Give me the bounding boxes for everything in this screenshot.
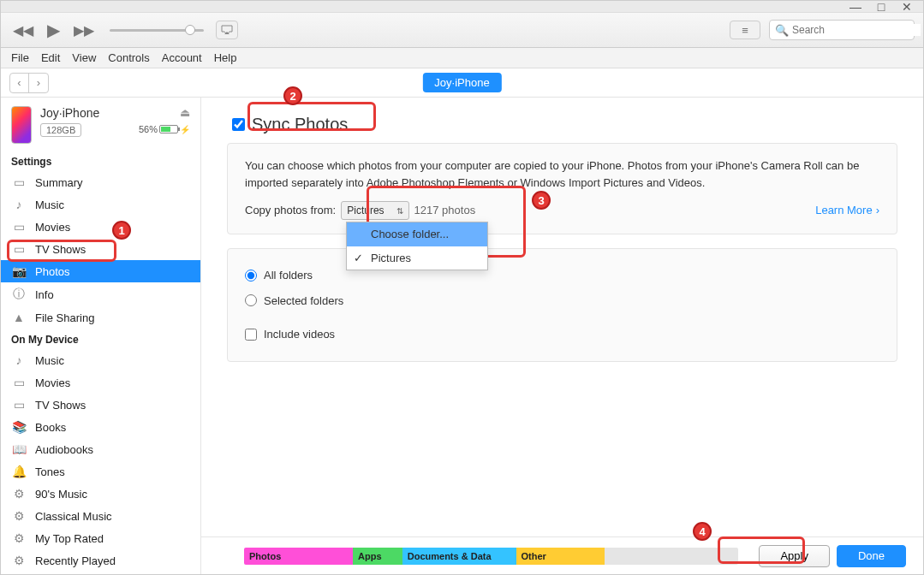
nav-forward-button[interactable]: › — [29, 74, 48, 92]
sidebar-device-item-tv-shows[interactable]: ▭TV Shows — [1, 394, 200, 416]
sidebar-settings-item-music[interactable]: ♪Music — [1, 193, 200, 216]
source-dropdown-menu: Choose folder... ✓Pictures — [346, 222, 488, 270]
sidebar-settings-item-icon: ▭ — [11, 175, 27, 189]
sidebar-device-item-90-s-music[interactable]: ⚙90's Music — [1, 483, 200, 505]
sidebar-device-item-my-top-rated[interactable]: ⚙My Top Rated — [1, 527, 200, 549]
device-thumbnail-icon — [11, 106, 32, 144]
sidebar-settings-item-photos[interactable]: 📷Photos — [1, 260, 200, 282]
dropdown-choose-folder[interactable]: Choose folder... — [347, 222, 487, 246]
sidebar-device-item-books[interactable]: 📚Books — [1, 416, 200, 438]
sidebar-settings-item-info[interactable]: ⓘInfo — [1, 282, 200, 306]
eject-icon[interactable]: ⏏ — [180, 106, 190, 119]
sidebar-device-item-music[interactable]: ♪Music — [1, 349, 200, 371]
sync-photos-checkbox[interactable] — [232, 118, 245, 131]
folder-options-panel: All folders Selected folders Include vid… — [227, 248, 897, 362]
menu-edit[interactable]: Edit — [41, 51, 60, 64]
sidebar-settings-item-icon: ⓘ — [11, 287, 27, 302]
device-header: Joy·iPhone 128GB ⏏ 56% ⚡ — [1, 98, 200, 151]
storage-badge: 128GB — [40, 123, 81, 137]
sidebar-device-item-classical-music[interactable]: ⚙Classical Music — [1, 505, 200, 527]
search-input[interactable] — [792, 24, 921, 36]
sidebar-device-item-icon: ⚙ — [11, 509, 27, 523]
capacity-apps: Apps — [353, 548, 402, 565]
sidebar-device-item-label: My Top Rated — [35, 532, 104, 545]
sidebar-device-item-icon: ⚙ — [11, 554, 27, 567]
sidebar-device-item-icon: 🔔 — [11, 465, 27, 478]
sidebar-device-item-audiobooks[interactable]: 📖Audiobooks — [1, 438, 200, 460]
list-view-button[interactable]: ≡ — [730, 21, 760, 39]
dropdown-pictures[interactable]: ✓Pictures — [347, 246, 487, 270]
sidebar-settings-item-icon: ▭ — [11, 242, 27, 256]
device-tab[interactable]: Joy·iPhone — [422, 73, 501, 92]
sync-description-text: You can choose which photos from your co… — [245, 157, 879, 191]
capacity-photos: Photos — [244, 548, 353, 565]
search-field[interactable]: 🔍 — [769, 20, 915, 40]
sync-photos-title: Sync Photos — [252, 115, 348, 134]
sidebar-device-item-icon: ♪ — [11, 353, 27, 367]
menu-view[interactable]: View — [72, 51, 96, 64]
nav-back-button[interactable]: ‹ — [10, 74, 29, 92]
copy-from-label: Copy photos from: — [245, 202, 336, 219]
capacity-free — [605, 548, 738, 565]
sidebar-settings-item-file-sharing[interactable]: ▲File Sharing — [1, 306, 200, 329]
menu-controls[interactable]: Controls — [108, 51, 149, 64]
sidebar-device-item-icon: 📚 — [11, 420, 27, 434]
sidebar-settings-item-icon: ♪ — [11, 198, 27, 211]
sidebar-settings-item-label: Movies — [35, 221, 70, 234]
done-button[interactable]: Done — [837, 545, 906, 567]
sidebar-device-item-label: 90's Music — [35, 488, 87, 501]
sidebar-device-item-label: TV Shows — [35, 399, 86, 412]
sidebar-settings-item-label: Summary — [35, 176, 83, 189]
sidebar-section-on-device: On My Device — [1, 329, 200, 349]
sidebar-device-item-icon: 📖 — [11, 442, 27, 456]
sidebar-settings-item-summary[interactable]: ▭Summary — [1, 171, 200, 193]
device-name: Joy·iPhone — [40, 106, 130, 120]
airplay-button[interactable] — [216, 21, 238, 39]
menu-help[interactable]: Help — [214, 51, 237, 64]
sidebar-settings-item-icon: 📷 — [11, 264, 27, 278]
sidebar-settings-item-label: Photos — [35, 265, 69, 278]
sidebar-device-item-tones[interactable]: 🔔Tones — [1, 460, 200, 483]
menu-account[interactable]: Account — [162, 51, 202, 64]
minimize-button[interactable]: — — [848, 0, 863, 14]
sidebar-device-item-top-25-most-played[interactable]: ⚙Top 25 Most Played — [1, 572, 200, 574]
prev-track-button[interactable]: ◀◀ — [9, 21, 37, 40]
maximize-button[interactable]: □ — [873, 0, 889, 14]
nav-subbar: ‹ › Joy·iPhone — [1, 68, 923, 98]
menu-bar: File Edit View Controls Account Help — [1, 48, 923, 68]
sidebar-device-item-icon: ▭ — [11, 398, 27, 412]
next-track-button[interactable]: ▶▶ — [70, 21, 98, 40]
sidebar-settings-item-label: Info — [35, 288, 54, 301]
capacity-docs: Documents & Data — [402, 548, 516, 565]
learn-more-link[interactable]: Learn More› — [815, 202, 879, 219]
sidebar-device-item-label: Audiobooks — [35, 443, 93, 456]
footer-bar: Photos Apps Documents & Data Other Apply… — [201, 536, 923, 574]
sidebar-settings-item-label: File Sharing — [35, 311, 94, 324]
source-dropdown[interactable]: Pictures⇅ — [341, 201, 408, 220]
sidebar-settings-item-movies[interactable]: ▭Movies — [1, 216, 200, 238]
selected-folders-radio[interactable]: Selected folders — [245, 288, 879, 314]
sidebar-settings-item-label: TV Shows — [35, 243, 86, 256]
sidebar-device-item-movies[interactable]: ▭Movies — [1, 371, 200, 394]
include-videos-checkbox[interactable]: Include videos — [245, 322, 879, 347]
sidebar-section-settings: Settings — [1, 151, 200, 171]
sidebar-device-item-label: Tones — [35, 465, 65, 478]
sidebar-device-item-recently-played[interactable]: ⚙Recently Played — [1, 549, 200, 572]
sidebar-device-item-label: Recently Played — [35, 554, 116, 567]
close-button[interactable]: ✕ — [899, 0, 915, 14]
magnifier-icon: 🔍 — [775, 24, 789, 37]
play-button[interactable]: ▶ — [44, 18, 63, 42]
menu-file[interactable]: File — [11, 51, 29, 64]
sidebar-device-item-label: Classical Music — [35, 510, 112, 523]
sidebar-settings-item-tv-shows[interactable]: ▭TV Shows — [1, 238, 200, 260]
sidebar-device-item-icon: ⚙ — [11, 531, 27, 545]
window-titlebar: — □ ✕ — [1, 1, 923, 13]
battery-indicator: 56% ⚡ — [139, 124, 190, 134]
content-pane: Sync Photos You can choose which photos … — [201, 98, 923, 574]
volume-slider[interactable] — [110, 29, 204, 32]
sidebar-device-item-label: Movies — [35, 376, 70, 389]
apply-button[interactable]: Apply — [759, 545, 830, 567]
sidebar: Joy·iPhone 128GB ⏏ 56% ⚡ Settings ▭Summa… — [1, 98, 201, 574]
all-folders-radio[interactable]: All folders — [245, 263, 879, 288]
sidebar-device-item-label: Books — [35, 421, 66, 434]
